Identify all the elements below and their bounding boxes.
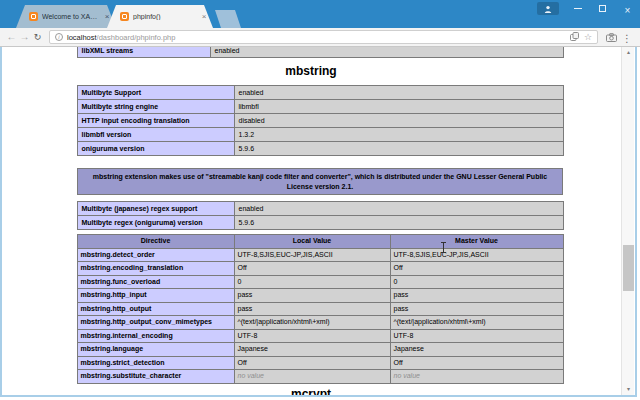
column-header-directive: Directive	[77, 235, 234, 249]
column-header-local: Local Value	[234, 235, 390, 249]
directive-cell: mbstring.strict_detection	[77, 356, 234, 370]
back-button[interactable]	[5, 31, 18, 43]
directive-cell: mbstring.language	[77, 343, 234, 357]
master-value-cell: UTF-8	[390, 329, 563, 343]
table-row: mbstring.strict_detection Off Off	[77, 356, 563, 370]
table-row: mbstring.http_output pass pass	[77, 302, 563, 316]
tab-label: phpinfo()	[133, 13, 199, 20]
value-cell: 5.9.6	[234, 216, 563, 230]
section-title-mbstring: mbstring	[2, 64, 620, 78]
bookmark-star-icon[interactable]	[584, 32, 592, 42]
mbstring-license-notice: mbstring extension makes use of "streama…	[77, 168, 563, 195]
directive-cell: mbstring.http_output	[77, 302, 234, 316]
table-row: mbstring.func_overload 0 0	[77, 275, 563, 289]
tab-phpinfo[interactable]: phpinfo() ×	[107, 5, 213, 28]
save-page-icon[interactable]	[570, 32, 579, 43]
value-cell: enabled	[234, 86, 563, 100]
table-row: mbstring.detect_order UTF-8,SJIS,EUC-JP,…	[77, 248, 563, 262]
value-cell: 1.3.2	[234, 128, 563, 142]
value-cell: disabled	[234, 114, 563, 128]
minimize-button[interactable]	[565, 0, 590, 17]
directive-cell: mbstring.internal_encoding	[77, 329, 234, 343]
title-bar: Welcome to XAMPP × phpinfo() ×	[0, 0, 640, 28]
person-icon	[544, 5, 552, 13]
address-bar[interactable]: i localhost /dashboard/phpinfo.php	[49, 30, 598, 44]
tab-label: Welcome to XAMPP	[42, 13, 102, 20]
toolbar-actions	[603, 28, 635, 46]
close-icon	[625, 0, 631, 18]
local-value-cell: 0	[234, 275, 390, 289]
table-row: mbstring.substitute_character no value n…	[77, 370, 563, 384]
table-row: Multibyte (japanese) regex support enabl…	[77, 202, 563, 216]
menu-button[interactable]	[619, 28, 635, 46]
table-header-row: Directive Local Value Master Value	[77, 235, 563, 249]
master-value-cell: Off	[390, 356, 563, 370]
directive-cell: oniguruma version	[77, 142, 234, 156]
window-controls	[537, 0, 640, 17]
table-row: Multibyte regex (oniguruma) version 5.9.…	[77, 216, 563, 230]
maximize-icon	[599, 5, 606, 12]
libxml-table-partial: libXML streams enabled	[77, 47, 564, 58]
master-value-cell: pass	[390, 302, 563, 316]
table-row: Multibyte string engine libmbfl	[77, 100, 563, 114]
screenshot-extension-button[interactable]	[603, 28, 619, 46]
local-value-cell: pass	[234, 302, 390, 316]
local-value-cell: ^(text/|application/xhtml\+xml)	[234, 316, 390, 330]
mbstring-info-table: Multibyte Support enabled Multibyte stri…	[77, 85, 564, 156]
directive-cell: HTTP input encoding translation	[77, 114, 234, 128]
master-value-cell: 0	[390, 275, 563, 289]
directive-cell: mbstring.detect_order	[77, 248, 234, 262]
forward-button[interactable]	[18, 31, 31, 43]
page-content: libXML streams enabled mbstring Multibyt…	[2, 47, 620, 395]
column-header-master: Master Value	[390, 235, 563, 249]
browser-window: Welcome to XAMPP × phpinfo() ×	[0, 0, 640, 400]
local-value-cell: pass	[234, 289, 390, 303]
directive-cell: libXML streams	[77, 47, 210, 58]
directive-cell: Multibyte string engine	[77, 100, 234, 114]
table-row: mbstring.http_output_conv_mimetypes ^(te…	[77, 316, 563, 330]
vertical-scrollbar[interactable]	[621, 47, 634, 395]
tab-welcome-xampp[interactable]: Welcome to XAMPP ×	[16, 5, 116, 28]
url-host: localhost	[67, 33, 97, 42]
master-value-cell: ^(text/|application/xhtml\+xml)	[390, 316, 563, 330]
browser-toolbar: i localhost /dashboard/phpinfo.php	[0, 28, 640, 47]
scroll-down-arrow-icon[interactable]	[622, 384, 635, 395]
scrollbar-thumb[interactable]	[623, 245, 634, 291]
directive-cell: Multibyte Support	[77, 86, 234, 100]
window-border-left	[0, 47, 2, 396]
local-value-cell: no value	[234, 370, 390, 384]
page-info-icon[interactable]: i	[55, 33, 63, 41]
value-cell: enabled	[234, 202, 563, 216]
local-value-cell: UTF-8,SJIS,EUC-JP,JIS,ASCII	[234, 248, 390, 262]
table-row: HTTP input encoding translation disabled	[77, 114, 563, 128]
profile-button[interactable]	[537, 2, 559, 15]
value-cell: enabled	[210, 47, 563, 58]
value-cell: libmbfl	[234, 100, 563, 114]
directive-cell: mbstring.func_overload	[77, 275, 234, 289]
local-value-cell: UTF-8	[234, 329, 390, 343]
scroll-up-arrow-icon[interactable]	[622, 47, 635, 58]
maximize-button[interactable]	[590, 0, 615, 17]
table-row: mbstring.language Japanese Japanese	[77, 343, 563, 357]
directive-cell: libmbfl version	[77, 128, 234, 142]
table-row: libmbfl version 1.3.2	[77, 128, 563, 142]
xampp-favicon-icon	[29, 12, 38, 21]
local-value-cell: Off	[234, 262, 390, 276]
new-tab-button[interactable]	[215, 10, 241, 28]
directive-cell: mbstring.substitute_character	[77, 370, 234, 384]
minimize-icon	[574, 8, 582, 9]
reload-button[interactable]	[31, 31, 44, 43]
close-button[interactable]	[615, 0, 640, 17]
tab-close-icon[interactable]: ×	[199, 12, 209, 22]
table-row: libXML streams enabled	[77, 47, 563, 58]
table-row: mbstring.internal_encoding UTF-8 UTF-8	[77, 329, 563, 343]
window-border-bottom	[0, 395, 637, 397]
directive-cell: mbstring.http_input	[77, 289, 234, 303]
mbstring-regex-table: Multibyte (japanese) regex support enabl…	[77, 201, 564, 230]
local-value-cell: Japanese	[234, 343, 390, 357]
table-row: Multibyte Support enabled	[77, 86, 563, 100]
table-row: mbstring.http_input pass pass	[77, 289, 563, 303]
xampp-favicon-icon	[120, 12, 129, 21]
window-border-right	[635, 47, 637, 396]
directive-cell: Multibyte regex (oniguruma) version	[77, 216, 234, 230]
